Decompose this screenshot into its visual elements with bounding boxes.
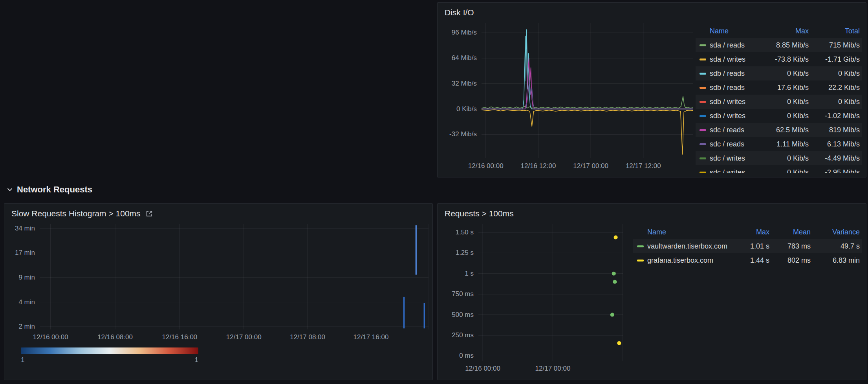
legend-row[interactable]: sdb / reads17.6 Kib/s22.2 Kib/s [696, 80, 862, 95]
legend-value: 802 ms [772, 256, 813, 265]
legend-row[interactable]: sdc / writes0 Kib/s-2.95 Mib/s [696, 165, 862, 173]
y-tick-label: 9 min [18, 274, 35, 282]
series-color-swatch [700, 115, 706, 117]
legend-row[interactable]: sdc / reads62.5 Mib/s819 Mib/s [696, 123, 862, 137]
y-tick-label: 500 ms [452, 311, 474, 319]
legend-header-cell[interactable]: Total [811, 27, 862, 35]
legend-value: 0 Kib/s [756, 69, 811, 78]
legend-row[interactable]: sda / reads8.85 Mib/s715 Mib/s [696, 38, 862, 52]
y-tick-label: 0 Kib/s [456, 105, 477, 113]
legend-row[interactable]: sdc / reads1.11 Mib/s6.13 Mib/s [696, 137, 862, 151]
legend-header-cell[interactable]: Mean [772, 228, 813, 236]
legend-row[interactable]: grafana.tiserbox.com1.44 s802 ms6.83 min [633, 253, 862, 267]
panel-body-disk-io: 96 Mib/s64 Mib/s32 Mib/s0 Kib/s-32 Mib/s… [442, 23, 862, 173]
legend-series-name: sda / writes [710, 55, 756, 64]
color-scale-gradient [21, 347, 198, 354]
legend-row[interactable]: sdb / reads0 Kib/s0 Kib/s [696, 66, 862, 80]
panel-header-disk-io[interactable]: Disk I/O [438, 3, 866, 22]
disk-x-axis: 12/16 00:0012/16 12:0012/17 00:0012/17 1… [482, 158, 693, 173]
series-color-swatch [700, 157, 706, 159]
series-color-swatch [700, 101, 706, 103]
row-network-requests[interactable]: Network Requests [6, 185, 92, 195]
y-tick-label: 96 Mib/s [452, 29, 477, 37]
legend-value: 0 Kib/s [756, 168, 811, 174]
legend-header-cell[interactable]: Max [732, 228, 772, 236]
panel-body-slow-requests: 34 min17 min9 min4 min2 min 12/16 00:001… [9, 224, 429, 376]
color-scale-min: 1 [21, 356, 24, 364]
x-tick-label: 12/16 00:00 [33, 333, 68, 341]
x-tick-label: 12/17 00:00 [573, 162, 608, 170]
y-tick-label: 4 min [18, 298, 35, 306]
legend-series-name: sdb / reads [710, 84, 756, 92]
series-color-swatch [700, 143, 706, 145]
legend-row[interactable]: sdb / writes0 Kib/s0 Kib/s [696, 95, 862, 109]
panel-header-slow-requests[interactable]: Slow Requests Histogram > 100ms [4, 204, 432, 223]
color-scale-max: 1 [195, 356, 198, 364]
y-tick-label: 34 min [15, 225, 35, 232]
series-color-swatch [700, 73, 706, 75]
chart-canvas[interactable] [40, 224, 429, 329]
series-color-swatch [700, 129, 706, 131]
color-scale-labels: 1 1 [21, 356, 198, 364]
legend-row[interactable]: sdb / writes0 Kib/s-1.02 Mib/s [696, 109, 862, 123]
legend-value: -2.95 Mib/s [811, 168, 862, 174]
x-tick-label: 12/16 00:00 [465, 365, 500, 373]
legend-header-cell[interactable]: Name [710, 27, 756, 35]
x-tick-label: 12/16 12:00 [521, 162, 556, 170]
legend-row[interactable]: sdc / writes0 Kib/s-4.49 Mib/s [696, 151, 862, 165]
x-tick-label: 12/17 16:00 [353, 333, 389, 341]
y-tick-label: 750 ms [452, 290, 474, 298]
disk-plot-area[interactable] [482, 23, 693, 158]
panel-disk-io: Disk I/O 96 Mib/s64 Mib/s32 Mib/s0 Kib/s… [437, 2, 866, 177]
legend-series-name: sda / reads [710, 41, 756, 49]
legend-series-name: sdb / writes [710, 98, 756, 106]
legend-series-name: sdc / reads [710, 140, 756, 148]
requests-y-axis: 1.50 s1.25 s1 s750 ms500 ms250 ms0 ms [442, 224, 478, 361]
series-color-swatch [700, 87, 706, 89]
requests-plot-area[interactable] [478, 224, 623, 361]
legend-value: 715 Mib/s [811, 41, 862, 49]
legend-value: 22.2 Kib/s [811, 84, 862, 92]
x-tick-label: 12/16 16:00 [162, 333, 197, 341]
chevron-down-icon [6, 186, 13, 193]
legend-row[interactable]: sda / writes-73.8 Kib/s-1.71 Gib/s [696, 52, 862, 66]
external-link-icon[interactable] [145, 210, 153, 218]
y-tick-label: 1.25 s [456, 249, 474, 257]
histogram-y-axis: 34 min17 min9 min4 min2 min [9, 224, 40, 329]
y-tick-label: -32 Mib/s [449, 130, 477, 138]
series-color-swatch [700, 59, 706, 60]
y-tick-label: 17 min [15, 249, 35, 257]
legend-header-cell[interactable]: Name [647, 228, 732, 236]
chart-canvas[interactable] [482, 23, 693, 158]
y-tick-label: 2 min [18, 323, 35, 331]
series-color-swatch [700, 172, 706, 174]
chart-canvas[interactable] [478, 224, 623, 361]
x-tick-label: 12/16 00:00 [468, 162, 504, 170]
panel-header-requests[interactable]: Requests > 100ms [438, 204, 866, 223]
legend-header-cell[interactable]: Variance [813, 228, 862, 236]
disk-io-chart: 96 Mib/s64 Mib/s32 Mib/s0 Kib/s-32 Mib/s… [442, 23, 693, 173]
legend-header-cell[interactable]: Max [756, 27, 811, 35]
panel-title-requests: Requests > 100ms [445, 209, 514, 218]
x-tick-label: 12/17 00:00 [535, 365, 571, 373]
disk-legend-table: NameMaxTotalsda / reads8.85 Mib/s715 Mib… [696, 24, 862, 173]
legend-value: -4.49 Mib/s [811, 154, 862, 163]
legend-value: 49.7 s [813, 242, 862, 251]
histogram-plot-area[interactable] [40, 224, 429, 329]
legend-series-name: grafana.tiserbox.com [647, 256, 732, 265]
y-tick-label: 250 ms [452, 331, 474, 339]
panel-title-disk-io: Disk I/O [445, 8, 474, 17]
legend-row[interactable]: vaultwarden.tiserbox.com1.01 s783 ms49.7… [633, 239, 862, 253]
legend-value: 0 Kib/s [756, 112, 811, 120]
legend-series-name: sdc / reads [710, 126, 756, 134]
legend-value: 6.83 min [813, 256, 862, 265]
row-title: Network Requests [17, 185, 92, 195]
legend-value: 0 Kib/s [811, 69, 862, 78]
y-tick-label: 32 Mib/s [452, 80, 477, 88]
legend-value: 62.5 Mib/s [756, 126, 811, 134]
slow-requests-heatmap: 34 min17 min9 min4 min2 min 12/16 00:001… [9, 224, 429, 344]
legend-value: 0 Kib/s [811, 98, 862, 106]
legend-value: 1.11 Mib/s [756, 140, 811, 148]
legend-header-row: NameMaxMeanVariance [633, 225, 862, 239]
legend-value: -1.02 Mib/s [811, 112, 862, 120]
